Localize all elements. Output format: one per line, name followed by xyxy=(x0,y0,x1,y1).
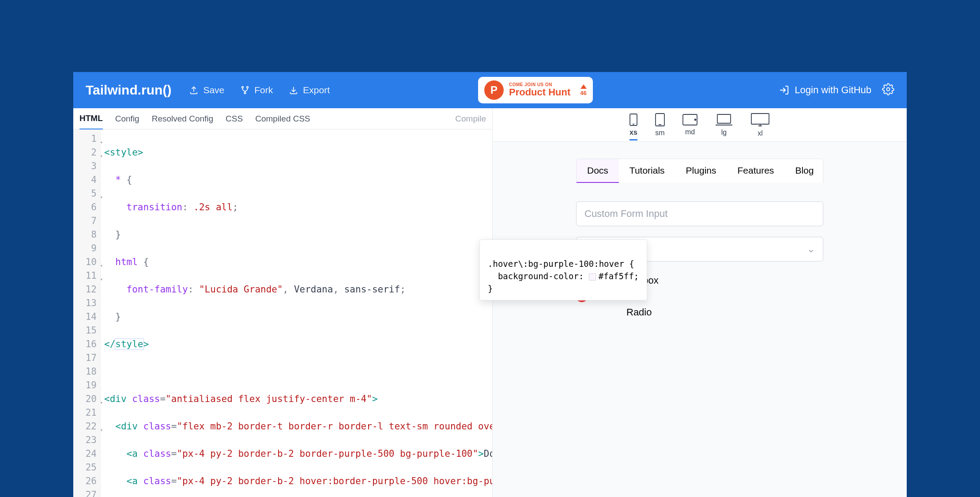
compile-button[interactable]: Compile xyxy=(455,114,486,124)
phone-icon xyxy=(629,114,637,126)
brand: Tailwind.run() xyxy=(86,83,171,98)
breakpoint-sm[interactable]: sm xyxy=(655,113,665,137)
svg-rect-10 xyxy=(717,114,731,123)
breakpoint-lg[interactable]: lg xyxy=(715,114,733,137)
svg-point-9 xyxy=(695,119,696,120)
preview-tab-blog[interactable]: Blog xyxy=(784,159,823,183)
color-swatch xyxy=(589,273,596,281)
tab-resolved-config[interactable]: Resolved Config xyxy=(152,109,213,129)
fork-button[interactable]: Fork xyxy=(240,85,273,95)
preview-pane: xs sm md lg xl xyxy=(493,108,907,497)
chevron-down-icon: ⌄ xyxy=(807,243,815,255)
tab-css[interactable]: CSS xyxy=(226,109,243,129)
tablet-icon xyxy=(682,114,697,125)
preview-tab-plugins[interactable]: Plugins xyxy=(675,159,727,183)
settings-button[interactable] xyxy=(882,83,894,97)
editor-pane: HTML Config Resolved Config CSS Compiled… xyxy=(73,108,493,497)
code-content: <style> * { transition: .2s all; } html … xyxy=(101,129,492,497)
svg-point-2 xyxy=(244,92,246,94)
upload-icon xyxy=(189,85,199,95)
save-button[interactable]: Save xyxy=(189,85,224,95)
code-tabs: HTML Config Resolved Config CSS Compiled… xyxy=(73,108,492,129)
laptop-icon xyxy=(715,114,733,126)
preview-radio-row-2[interactable]: Radio xyxy=(576,307,823,318)
breakpoint-xs[interactable]: xs xyxy=(629,114,637,140)
gutter: 1234 5678 9101112 13141516 17181920 2122… xyxy=(73,129,101,497)
breakpoint-bar: xs sm md lg xl xyxy=(493,108,907,142)
svg-point-0 xyxy=(242,87,244,88)
topbar: Tailwind.run() Save Fork Export P COME J… xyxy=(73,72,907,108)
login-icon xyxy=(779,85,789,95)
export-button[interactable]: Export xyxy=(289,85,330,95)
login-button[interactable]: Login with GitHub xyxy=(779,84,871,96)
code-editor[interactable]: 1234 5678 9101112 13141516 17181920 2122… xyxy=(73,129,492,497)
main: HTML Config Resolved Config CSS Compiled… xyxy=(73,108,907,497)
svg-point-1 xyxy=(247,87,249,88)
tab-config[interactable]: Config xyxy=(115,109,139,129)
product-hunt-badge[interactable]: P COME JOIN US ON Product Hunt 46 xyxy=(478,77,593,103)
preview: Docs Tutorials Plugins Features Blog Opt… xyxy=(493,142,907,497)
breakpoint-xl[interactable]: xl xyxy=(750,113,770,137)
phone-large-icon xyxy=(655,113,665,126)
svg-point-3 xyxy=(887,88,890,91)
preview-tabs: Docs Tutorials Plugins Features Blog xyxy=(576,159,823,183)
fork-icon xyxy=(240,85,250,95)
svg-rect-11 xyxy=(751,114,769,124)
preview-input[interactable] xyxy=(576,201,823,226)
download-icon xyxy=(289,85,298,95)
breakpoint-md[interactable]: md xyxy=(682,114,697,136)
desktop-icon xyxy=(750,113,770,127)
upvote-icon xyxy=(580,84,587,89)
product-hunt-icon: P xyxy=(484,80,504,100)
tab-compiled-css[interactable]: Compiled CSS xyxy=(255,109,310,129)
css-tooltip: .hover\:bg-purple-100:hover { background… xyxy=(479,239,647,300)
tab-html[interactable]: HTML xyxy=(79,108,103,130)
gear-icon xyxy=(882,83,894,95)
preview-tab-docs[interactable]: Docs xyxy=(577,159,619,183)
svg-rect-6 xyxy=(656,114,664,126)
preview-tab-features[interactable]: Features xyxy=(727,159,785,183)
preview-tab-tutorials[interactable]: Tutorials xyxy=(619,159,675,183)
